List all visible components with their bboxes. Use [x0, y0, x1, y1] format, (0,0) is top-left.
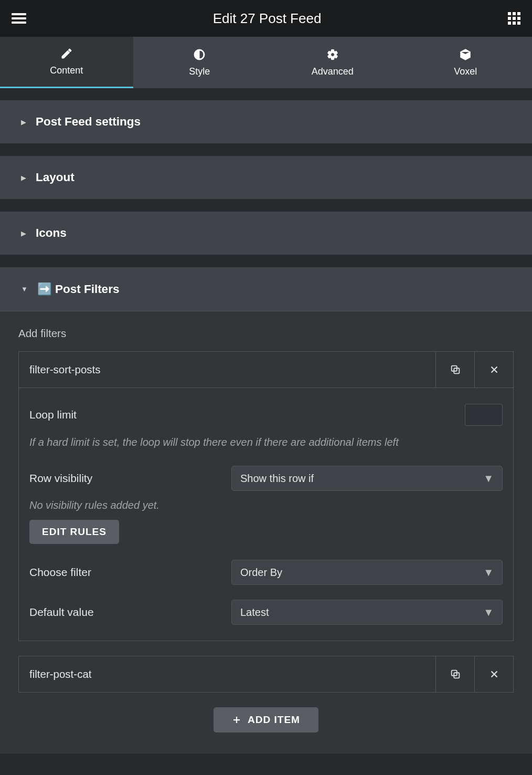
tab-style[interactable]: Style	[133, 37, 267, 88]
main-tabs: Content Style Advanced Voxel	[0, 37, 532, 88]
remove-button[interactable]	[474, 352, 513, 388]
cube-icon	[459, 48, 472, 61]
app-header: Edit 27 Post Feed	[0, 0, 532, 37]
tab-advanced[interactable]: Advanced	[266, 37, 399, 88]
tab-voxel[interactable]: Voxel	[399, 37, 533, 88]
chevron-down-icon: ▼	[483, 567, 494, 579]
gear-icon	[326, 48, 339, 61]
repeater-item-toggle[interactable]: filter-sort-posts	[19, 352, 435, 388]
pencil-icon	[60, 47, 73, 60]
tab-content[interactable]: Content	[0, 37, 133, 88]
hamburger-menu-icon[interactable]	[12, 13, 26, 24]
page-title: Edit 27 Post Feed	[213, 11, 322, 27]
loop-limit-input[interactable]	[465, 404, 503, 426]
repeater-item-header: filter-sort-posts	[18, 351, 514, 388]
section-title: Layout	[36, 171, 75, 184]
chevron-down-icon: ▼	[483, 473, 494, 485]
button-label: ADD ITEM	[248, 714, 300, 726]
repeater-item-body: Loop limit If a hard limit is set, the l…	[18, 388, 514, 641]
button-label: EDIT RULES	[42, 526, 107, 538]
close-icon	[488, 668, 500, 680]
plus-icon	[232, 715, 241, 725]
choose-filter-label: Choose filter	[29, 566, 231, 579]
choose-filter-select[interactable]: Order By ▼	[231, 560, 503, 585]
visibility-note: No visibility rules added yet.	[29, 499, 503, 511]
repeater-item-toggle[interactable]: filter-post-cat	[19, 656, 435, 692]
section-icons: ▶ Icons	[0, 211, 532, 255]
select-value: Latest	[240, 606, 269, 619]
row-visibility-label: Row visibility	[29, 472, 231, 485]
tab-label: Content	[50, 65, 83, 76]
remove-button[interactable]	[474, 656, 513, 692]
select-value: Order By	[240, 567, 282, 579]
section-title-text: Post Filters	[55, 282, 120, 296]
caret-right-icon: ▶	[21, 229, 26, 237]
add-item-button[interactable]: ADD ITEM	[214, 707, 318, 732]
section-title: Post Feed settings	[36, 115, 141, 129]
contrast-icon	[193, 48, 206, 61]
tab-label: Voxel	[454, 66, 477, 77]
tab-label: Style	[189, 66, 210, 77]
duplicate-button[interactable]	[435, 352, 474, 388]
select-value: Show this row if	[240, 473, 314, 485]
section-title: Icons	[36, 226, 67, 240]
tab-label: Advanced	[312, 66, 354, 77]
caret-down-icon: ▼	[21, 285, 28, 293]
loop-limit-label: Loop limit	[29, 409, 465, 421]
edit-rules-button[interactable]: EDIT RULES	[29, 520, 119, 544]
loop-limit-help: If a hard limit is set, the loop will st…	[29, 434, 503, 450]
arrow-emoji-icon: ➡️	[37, 282, 52, 296]
close-icon	[488, 364, 500, 375]
section-title: ➡️Post Filters	[37, 282, 120, 296]
apps-grid-icon[interactable]	[508, 12, 520, 25]
duplicate-button[interactable]	[435, 656, 474, 692]
caret-right-icon: ▶	[21, 174, 26, 182]
default-value-select[interactable]: Latest ▼	[231, 600, 503, 625]
default-value-label: Default value	[29, 606, 231, 619]
section-post-filters: ▼ ➡️Post Filters Add filters filter-sort…	[0, 267, 532, 754]
section-header[interactable]: ▶ Post Feed settings	[0, 100, 532, 143]
caret-right-icon: ▶	[21, 118, 26, 126]
section-post-feed-settings: ▶ Post Feed settings	[0, 100, 532, 144]
panel-body: Add filters filter-sort-posts Loop limit…	[0, 311, 532, 753]
section-header[interactable]: ▼ ➡️Post Filters	[0, 267, 532, 311]
panel-subtitle: Add filters	[18, 327, 514, 340]
section-layout: ▶ Layout	[0, 155, 532, 200]
chevron-down-icon: ▼	[483, 606, 494, 619]
copy-icon	[450, 364, 461, 375]
section-header[interactable]: ▶ Icons	[0, 212, 532, 255]
row-visibility-select[interactable]: Show this row if ▼	[231, 466, 503, 491]
copy-icon	[450, 668, 461, 680]
section-header[interactable]: ▶ Layout	[0, 156, 532, 199]
repeater-item-header: filter-post-cat	[18, 656, 514, 693]
